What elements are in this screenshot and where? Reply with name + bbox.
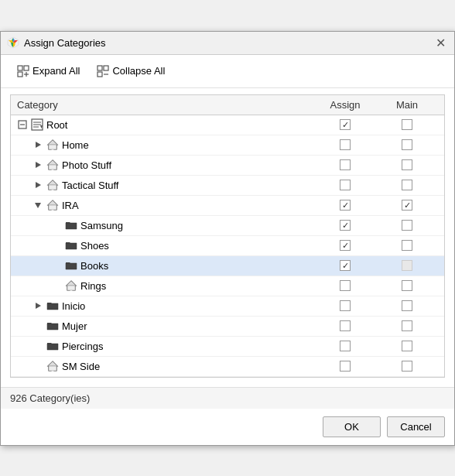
assign-categories-dialog: Assign Categories ✕ Expand All [0,31,455,446]
assign-cell[interactable] [314,361,376,372]
svg-marker-33 [48,180,57,185]
table-row[interactable]: Piercings [11,337,444,357]
main-cell[interactable] [376,119,438,130]
main-cell[interactable] [376,280,438,291]
main-cell[interactable] [376,260,438,271]
table-row[interactable]: Shoes [11,236,444,256]
svg-rect-26 [49,145,56,149]
row-name-cell: Tactical Stuff [17,179,314,191]
main-cell[interactable] [376,159,438,170]
row-icon-folder [65,259,77,272]
main-checkbox[interactable] [402,320,412,331]
assign-cell[interactable] [314,320,376,331]
main-cell[interactable] [376,220,438,231]
table-row[interactable]: IRA [11,196,444,216]
assign-checkbox[interactable] [340,320,351,331]
assign-checkbox[interactable] [340,240,351,251]
table-row[interactable]: Mujer [11,317,444,337]
assign-cell[interactable] [314,341,376,351]
svg-marker-44 [48,361,57,366]
table-row[interactable]: SM Side [11,357,444,377]
cancel-button[interactable]: Cancel [387,416,445,437]
row-label: Rings [80,280,106,292]
expand-toggle[interactable] [32,200,43,211]
main-cell[interactable] [376,180,438,190]
assign-checkbox[interactable] [340,300,351,311]
assign-cell[interactable] [314,300,376,311]
svg-marker-23 [36,142,41,148]
main-cell[interactable] [376,240,438,251]
collapse-all-button[interactable]: Collapse All [90,61,172,81]
svg-rect-30 [49,165,56,170]
row-name-cell: Rings [17,279,314,292]
expand-toggle[interactable] [32,300,43,311]
expand-all-icon [17,65,29,77]
main-checkbox[interactable] [402,300,412,311]
table-row[interactable]: Books [11,256,444,276]
assign-checkbox[interactable] [340,119,351,130]
table-row[interactable]: Rings [11,276,444,296]
table-row[interactable]: Photo Stuff [11,156,444,176]
main-checkbox[interactable] [402,200,412,211]
assign-cell[interactable] [314,119,376,130]
expand-all-button[interactable]: Expand All [10,61,87,81]
table-row[interactable]: Tactical Stuff [11,176,444,196]
assign-cell[interactable] [314,180,376,190]
assign-checkbox[interactable] [340,200,351,211]
collapse-all-label: Collapse All [112,65,165,77]
assign-checkbox[interactable] [340,361,351,372]
assign-checkbox[interactable] [340,159,351,170]
assign-checkbox[interactable] [340,180,351,190]
assign-cell[interactable] [314,220,376,231]
category-table: Category Assign Main Root [10,94,445,378]
assign-cell[interactable] [314,280,376,291]
row-name-cell: Inicio [17,300,314,312]
close-button[interactable]: ✕ [433,35,448,50]
svg-rect-12 [98,66,102,70]
main-cell[interactable] [376,200,438,211]
row-label: IRA [62,200,79,211]
table-row[interactable]: Root [11,115,444,135]
expand-toggle[interactable] [17,119,28,130]
assign-checkbox[interactable] [340,341,351,351]
assign-cell[interactable] [314,159,376,170]
main-checkbox[interactable] [402,159,412,170]
assign-checkbox[interactable] [340,220,351,231]
toolbar: Expand All Collapse All [1,55,454,88]
assign-cell[interactable] [314,139,376,150]
main-cell[interactable] [376,300,438,311]
row-label: Samsung [80,220,123,231]
expand-toggle[interactable] [32,180,43,190]
row-label: Piercings [62,341,103,352]
assign-cell[interactable] [314,240,376,251]
assign-cell[interactable] [314,200,376,211]
row-icon-folder [46,320,59,332]
ok-button[interactable]: OK [323,416,381,437]
expand-toggle[interactable] [32,159,43,170]
assign-checkbox[interactable] [340,260,351,271]
main-checkbox[interactable] [402,361,412,372]
table-row[interactable]: Inicio [11,296,444,317]
expand-toggle[interactable] [32,139,43,150]
svg-marker-31 [36,182,41,188]
main-cell[interactable] [376,361,438,372]
main-checkbox[interactable] [402,180,412,190]
table-row[interactable]: Samsung [11,216,444,236]
assign-cell[interactable] [314,260,376,271]
main-cell[interactable] [376,341,438,351]
main-checkbox[interactable] [402,260,412,271]
main-checkbox[interactable] [402,119,412,130]
status-bar: 926 Category(ies) [1,387,454,409]
main-checkbox[interactable] [402,341,412,351]
main-cell[interactable] [376,320,438,331]
table-row[interactable]: Home [11,135,444,156]
main-checkbox[interactable] [402,220,412,231]
assign-checkbox[interactable] [340,139,351,150]
svg-marker-3 [13,43,15,47]
main-cell[interactable] [376,139,438,150]
assign-checkbox[interactable] [340,280,351,291]
footer: OK Cancel [1,409,454,445]
main-checkbox[interactable] [402,139,412,150]
main-checkbox[interactable] [402,280,412,291]
main-checkbox[interactable] [402,240,412,251]
